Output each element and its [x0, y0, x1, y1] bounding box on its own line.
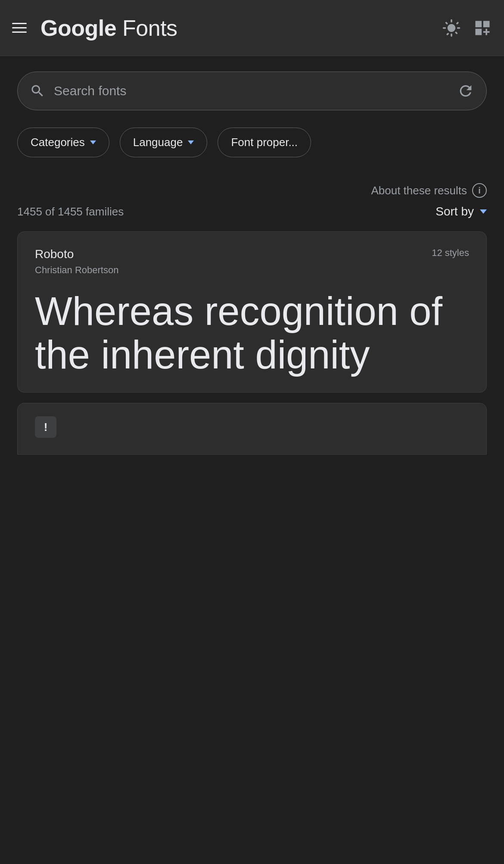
font-card-second[interactable]: ! [17, 403, 487, 455]
font-styles: 12 styles [432, 247, 469, 259]
about-results-button[interactable]: About these results i [371, 183, 487, 198]
sort-by-label: Sort by [436, 205, 474, 218]
filter-row: Categories Language Font proper... [17, 128, 487, 157]
categories-label: Categories [31, 136, 85, 149]
font-properties-label: Font proper... [231, 136, 298, 149]
font-name: Roboto [35, 247, 118, 261]
font-card-roboto[interactable]: Roboto Christian Robertson 12 styles Whe… [17, 231, 487, 393]
about-results-label: About these results [371, 184, 467, 197]
app-header: Google Fonts [0, 0, 504, 56]
font-info: Roboto Christian Robertson [35, 247, 118, 276]
font-preview: Whereas recognition of the inherent dign… [35, 290, 469, 377]
header-left: Google Fonts [12, 15, 177, 41]
search-bar [17, 72, 487, 110]
families-count: 1455 of 1455 families [17, 205, 124, 218]
grid-add-icon[interactable] [473, 19, 492, 37]
header-right [442, 19, 492, 37]
results-header: About these results i [17, 183, 487, 198]
info-icon: i [472, 183, 487, 198]
sort-by-button[interactable]: Sort by [436, 205, 487, 218]
font-properties-filter[interactable]: Font proper... [218, 128, 311, 157]
font-author: Christian Robertson [35, 265, 118, 276]
sort-by-chevron-icon [480, 209, 487, 214]
search-icon [30, 83, 45, 99]
language-label: Language [133, 136, 183, 149]
search-input[interactable] [54, 84, 448, 98]
language-chevron-icon [188, 140, 194, 144]
brightness-icon[interactable] [442, 19, 461, 37]
exclamation-badge: ! [35, 416, 56, 438]
app-title: Google Fonts [40, 15, 177, 41]
language-filter[interactable]: Language [120, 128, 208, 157]
font-card-header: Roboto Christian Robertson 12 styles [35, 247, 469, 276]
categories-filter[interactable]: Categories [17, 128, 109, 157]
results-subheader: 1455 of 1455 families Sort by [17, 205, 487, 218]
menu-button[interactable] [12, 23, 27, 33]
categories-chevron-icon [90, 140, 96, 144]
main-content: Categories Language Font proper... About… [0, 56, 504, 470]
refresh-icon[interactable] [457, 82, 474, 100]
